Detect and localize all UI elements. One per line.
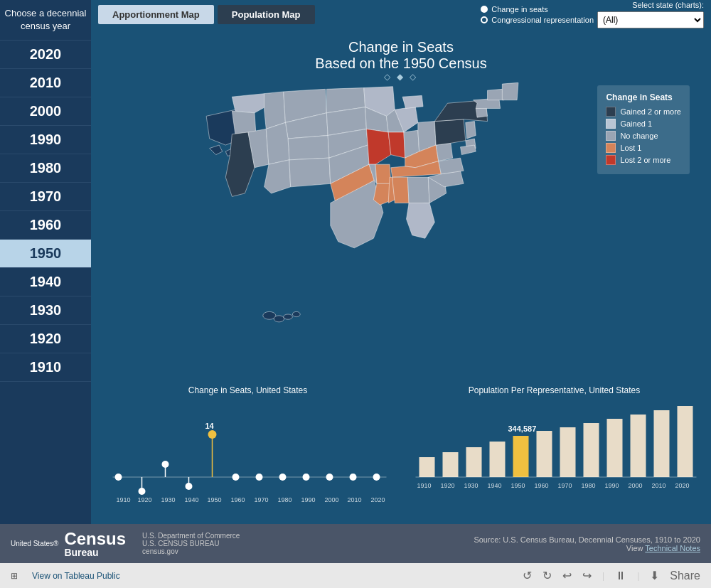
svg-text:1910: 1910 xyxy=(417,482,432,489)
radio-change-seats[interactable]: Change in seats xyxy=(481,5,594,14)
undo-button[interactable]: ↺ xyxy=(523,569,532,582)
state-utah[interactable] xyxy=(266,122,289,164)
state-illinois[interactable] xyxy=(388,132,405,158)
year-1950[interactable]: 1950 xyxy=(0,240,91,268)
revert-button[interactable]: ↩ xyxy=(562,569,572,582)
state-vt-nh[interactable] xyxy=(488,89,505,100)
year-1940[interactable]: 1940 xyxy=(0,268,91,296)
radio-options: Change in seats Congressional representa… xyxy=(481,5,594,24)
svg-text:1950: 1950 xyxy=(208,496,222,503)
legend-color-nochange xyxy=(606,131,616,141)
bar-1990 xyxy=(607,419,623,477)
state-wv[interactable] xyxy=(436,143,453,161)
tableau-bar: ⊞ View on Tableau Public ↺ ↻ ↩ ↪ | ⏸ | ⬇… xyxy=(0,563,711,588)
state-nj[interactable] xyxy=(466,122,476,139)
bar-1930 xyxy=(466,447,482,477)
svg-text:1990: 1990 xyxy=(301,496,316,503)
year-2010[interactable]: 2010 xyxy=(0,69,91,97)
svg-point-26 xyxy=(208,430,217,439)
logo-us-text: United States® xyxy=(11,540,58,548)
legend-color-gained2 xyxy=(606,107,616,117)
svg-text:1920: 1920 xyxy=(138,496,152,503)
forward-button[interactable]: ↪ xyxy=(582,569,592,582)
main-area: Choose a decennial census year 2020 2010… xyxy=(0,0,711,524)
bar-title: Population Per Representative, United St… xyxy=(405,385,704,395)
state-washington[interactable] xyxy=(232,94,266,113)
share-button[interactable]: Share xyxy=(670,570,700,582)
svg-text:1960: 1960 xyxy=(231,496,245,503)
tableau-controls: ↺ ↻ ↩ ↪ | ⏸ | ⬇ Share xyxy=(523,569,700,582)
radio-congressional[interactable]: Congressional representation xyxy=(481,16,594,24)
svg-point-1 xyxy=(274,316,284,322)
year-1930[interactable]: 1930 xyxy=(0,296,91,325)
legend-color-lost2 xyxy=(606,155,616,165)
state-missouri[interactable] xyxy=(366,129,390,164)
svg-text:14: 14 xyxy=(205,422,215,430)
state-select-dropdown[interactable]: (All) xyxy=(597,11,704,28)
year-2000[interactable]: 2000 xyxy=(0,97,91,126)
year-1960[interactable]: 1960 xyxy=(0,211,91,240)
state-ct-ri[interactable] xyxy=(476,107,487,117)
logo-dept-info: U.S. Department of Commerce U.S. CENSUS … xyxy=(142,532,240,555)
lollipop-chart-container: Change in Seats, United States 1910 1920… xyxy=(98,385,397,520)
bar-2010 xyxy=(654,410,670,477)
svg-text:1930: 1930 xyxy=(464,482,479,489)
state-arkansas[interactable] xyxy=(375,164,391,183)
state-florida[interactable] xyxy=(407,203,435,238)
legend-gained2: Gained 2 or more xyxy=(606,107,681,117)
sidebar: Choose a decennial census year 2020 2010… xyxy=(0,0,91,524)
pause-button[interactable]: ⏸ xyxy=(615,570,626,582)
svg-point-24 xyxy=(186,483,193,490)
year-1920[interactable]: 1920 xyxy=(0,325,91,353)
svg-text:2020: 2020 xyxy=(675,482,690,489)
year-1980[interactable]: 1980 xyxy=(0,154,91,183)
state-pennsylvania[interactable] xyxy=(434,119,465,145)
tab-apportionment[interactable]: Apportionment Map xyxy=(98,5,214,24)
us-map xyxy=(183,71,596,341)
technical-notes-anchor[interactable]: Technical Notes xyxy=(645,544,700,552)
state-maryland[interactable] xyxy=(461,145,476,155)
redo-button[interactable]: ↻ xyxy=(542,569,552,582)
svg-point-20 xyxy=(139,488,146,495)
state-selector-label: Select state (charts): xyxy=(632,1,704,9)
legend-title: Change in Seats xyxy=(606,92,681,102)
state-alabama[interactable] xyxy=(392,177,410,203)
technical-notes-link: View Technical Notes xyxy=(474,544,700,552)
svg-text:1910: 1910 xyxy=(117,496,131,503)
state-arizona[interactable] xyxy=(264,160,291,193)
year-1990[interactable]: 1990 xyxy=(0,126,91,154)
lollipop-svg: 1910 1920 1930 1940 1950 1960 1970 1980 … xyxy=(98,399,397,506)
state-idaho[interactable] xyxy=(264,92,286,129)
state-new-mexico[interactable] xyxy=(289,158,331,187)
state-georgia[interactable] xyxy=(407,177,429,205)
svg-text:2010: 2010 xyxy=(652,482,666,489)
svg-text:1980: 1980 xyxy=(278,496,292,503)
state-maine[interactable] xyxy=(502,82,518,100)
lollipop-title: Change in Seats, United States xyxy=(98,385,397,395)
state-hawaii[interactable] xyxy=(263,311,300,321)
svg-text:2020: 2020 xyxy=(371,496,385,503)
bar-1910 xyxy=(419,457,435,477)
svg-text:1960: 1960 xyxy=(535,482,549,489)
bar-1950 xyxy=(513,436,529,477)
svg-text:1980: 1980 xyxy=(582,482,596,489)
year-2020[interactable]: 2020 xyxy=(0,41,91,69)
legend-lost1: Lost 1 xyxy=(606,143,681,153)
source-text: Source: U.S. Census Bureau, Decennial Ce… xyxy=(474,535,700,544)
year-1910[interactable]: 1910 xyxy=(0,353,91,382)
map-area: Change in Seats Based on the 1950 Census… xyxy=(91,28,711,382)
state-colorado[interactable] xyxy=(288,135,329,159)
legend-gained1: Gained 1 xyxy=(606,119,681,129)
svg-point-41 xyxy=(373,474,380,481)
radio-circle-filled xyxy=(481,6,488,13)
state-oregon[interactable] xyxy=(232,111,255,134)
legend-lost2: Lost 2 or more xyxy=(606,155,681,165)
svg-text:344,587: 344,587 xyxy=(508,424,537,433)
legend-color-gained1 xyxy=(606,119,616,129)
logo-bureau-word: Bureau xyxy=(64,547,98,557)
view-tableau-label[interactable]: View on Tableau Public xyxy=(32,571,120,581)
year-1970[interactable]: 1970 xyxy=(0,183,91,211)
census-logo: United States® Census Bureau U.S. Depart… xyxy=(11,530,240,557)
tab-population[interactable]: Population Map xyxy=(218,5,315,24)
download-button[interactable]: ⬇ xyxy=(650,569,659,582)
